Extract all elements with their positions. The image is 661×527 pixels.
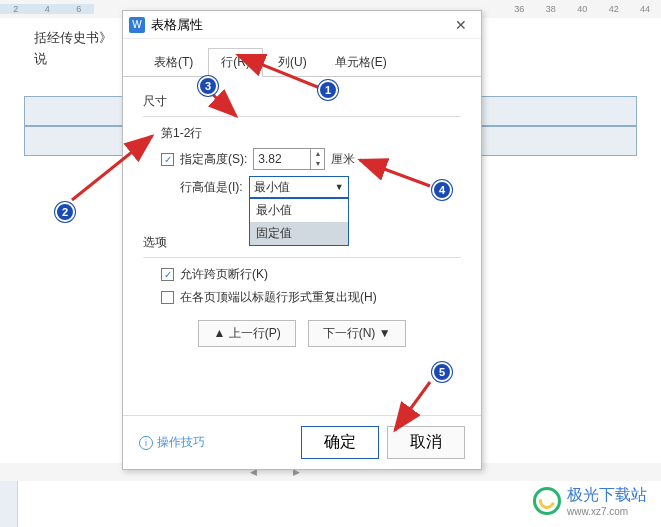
dialog-title: 表格属性 [151, 16, 447, 34]
repeat-header-label: 在各页顶端以标题行形式重复出现(H) [180, 289, 377, 306]
ruler-mark: 42 [598, 4, 629, 14]
allow-break-label: 允许跨页断行(K) [180, 266, 268, 283]
annotation-marker-3: 3 [198, 76, 218, 96]
ruler-mark: 40 [566, 4, 597, 14]
tab-row[interactable]: 行(R) [208, 48, 263, 77]
info-icon: i [139, 436, 153, 450]
repeat-header-checkbox[interactable] [161, 291, 174, 304]
document-text: 括经传史书》 说 [34, 28, 112, 70]
chevron-down-icon: ▼ [311, 159, 324, 169]
tab-column[interactable]: 列(U) [265, 48, 320, 77]
dialog-titlebar[interactable]: W 表格属性 ✕ [123, 11, 481, 39]
chevron-down-icon: ▼ [335, 182, 344, 192]
ruler-mark: 38 [535, 4, 566, 14]
row-range-label: 第1-2行 [161, 125, 461, 142]
tab-table[interactable]: 表格(T) [141, 48, 206, 77]
annotation-marker-5: 5 [432, 362, 452, 382]
operation-tips-link[interactable]: i 操作技巧 [139, 434, 205, 451]
close-icon: ✕ [455, 17, 467, 33]
row-height-is-label: 行高值是(I): [180, 179, 243, 196]
watermark-logo-icon [533, 487, 561, 515]
height-unit-label: 厘米 [331, 151, 355, 168]
prev-row-button[interactable]: ▲ 上一行(P) [198, 320, 295, 347]
ruler-mark: 2 [0, 4, 31, 14]
tab-cell[interactable]: 单元格(E) [322, 48, 400, 77]
ruler-mark: 6 [63, 4, 94, 14]
table-properties-dialog: W 表格属性 ✕ 表格(T) 行(R) 列(U) 单元格(E) 尺寸 第1-2行… [122, 10, 482, 470]
dropdown-option[interactable]: 最小值 [250, 199, 348, 222]
height-spinner[interactable]: ▲▼ [311, 148, 325, 170]
ruler-mark: 36 [504, 4, 535, 14]
next-row-button[interactable]: 下一行(N) ▼ [308, 320, 406, 347]
chevron-up-icon: ▲ [311, 149, 324, 159]
row-height-is-dropdown: 最小值 固定值 [249, 198, 349, 246]
app-icon: W [129, 17, 145, 33]
cancel-button[interactable]: 取消 [387, 426, 465, 459]
annotation-marker-1: 1 [318, 80, 338, 100]
height-input[interactable]: 3.82 [253, 148, 311, 170]
row-height-is-combo[interactable]: 最小值 ▼ 最小值 固定值 [249, 176, 349, 198]
tabs: 表格(T) 行(R) 列(U) 单元格(E) [123, 39, 481, 77]
size-group-label: 尺寸 [143, 93, 461, 110]
watermark-name: 极光下载站 [567, 485, 647, 506]
close-button[interactable]: ✕ [447, 13, 475, 37]
dropdown-option[interactable]: 固定值 [250, 222, 348, 245]
allow-break-checkbox[interactable]: ✓ [161, 268, 174, 281]
ok-button[interactable]: 确定 [301, 426, 379, 459]
specify-height-label: 指定高度(S): [180, 151, 247, 168]
ruler-mark: 44 [629, 4, 660, 14]
ruler-mark: 4 [31, 4, 62, 14]
watermark-url: www.xz7.com [567, 506, 647, 517]
left-gutter [0, 481, 18, 527]
annotation-marker-4: 4 [432, 180, 452, 200]
watermark: 极光下载站 www.xz7.com [533, 485, 647, 517]
specify-height-checkbox[interactable]: ✓ [161, 153, 174, 166]
annotation-marker-2: 2 [55, 202, 75, 222]
